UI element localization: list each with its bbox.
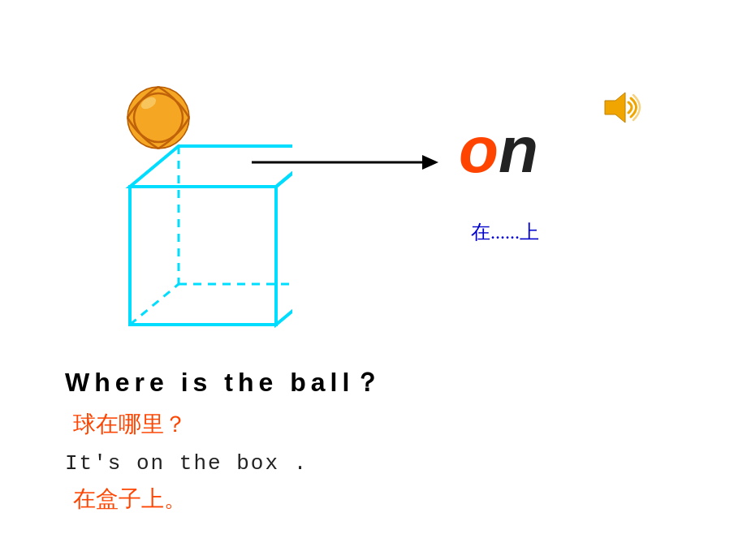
chinese-answer: 在盒子上。 — [73, 484, 385, 515]
letter-n: n — [499, 114, 538, 186]
speaker-icon[interactable] — [601, 89, 641, 133]
basketball — [126, 85, 191, 150]
preposition-on: on — [459, 118, 538, 183]
svg-rect-0 — [130, 187, 276, 325]
chinese-question: 球在哪里？ — [73, 409, 385, 440]
letter-o: o — [459, 114, 499, 186]
svg-marker-10 — [422, 155, 438, 170]
english-question: Where is the ball？ — [65, 365, 385, 401]
chinese-meaning: 在......上 — [471, 219, 539, 245]
svg-marker-11 — [605, 93, 625, 123]
bottom-section: Where is the ball？ 球在哪里？ It's on the box… — [65, 365, 385, 515]
english-answer: It's on the box . — [65, 451, 385, 476]
svg-line-5 — [130, 284, 179, 325]
arrow — [252, 150, 447, 178]
main-scene: on 在......上 Where is the ball？ 球在哪里？ It'… — [0, 0, 747, 560]
